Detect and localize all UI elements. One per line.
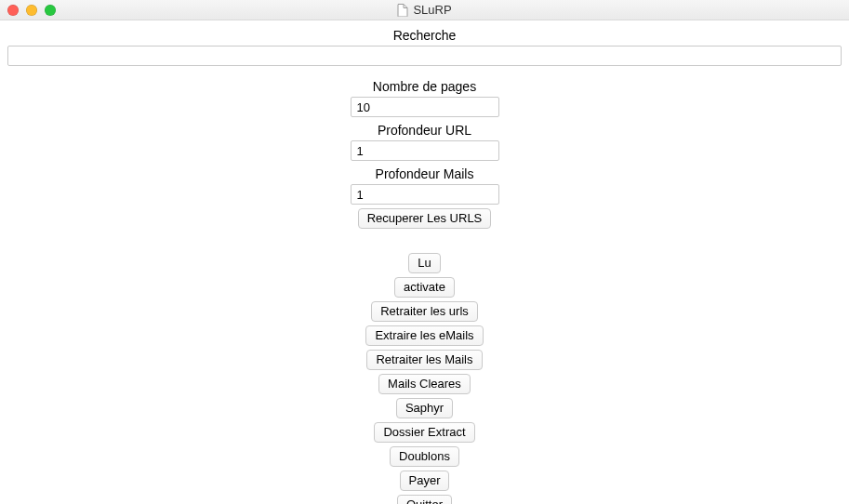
saphyr-button[interactable]: Saphyr (396, 398, 453, 418)
form-block: Nombre de pages Profondeur URL Profondeu… (7, 75, 842, 504)
folder-extract-button[interactable]: Dossier Extract (374, 422, 474, 443)
content-area: Recherche Nombre de pages Profondeur URL… (0, 20, 849, 504)
url-depth-input[interactable] (351, 140, 499, 161)
reprocess-mails-button[interactable]: Retraiter les Mails (366, 350, 482, 370)
reprocess-urls-button[interactable]: Retraiter les urls (371, 301, 478, 322)
action-buttons: Lu activate Retraiter les urls Extraire … (365, 251, 483, 504)
close-icon[interactable] (7, 5, 19, 16)
fetch-urls-button[interactable]: Recuperer Les URLS (358, 208, 492, 229)
mails-clear-button[interactable]: Mails Cleares (378, 374, 471, 394)
extract-emails-button[interactable]: Extraire les eMails (365, 325, 483, 346)
pages-input[interactable] (351, 97, 499, 117)
search-input[interactable] (7, 46, 842, 66)
mail-depth-label: Profondeur Mails (376, 166, 474, 181)
lu-button[interactable]: Lu (408, 253, 440, 273)
search-label: Recherche (7, 28, 842, 43)
window-controls (7, 0, 56, 20)
window-title: SLuRP (397, 3, 451, 17)
mail-depth-input[interactable] (351, 184, 499, 205)
duplicates-button[interactable]: Doublons (390, 446, 459, 467)
window-titlebar: SLuRP (0, 0, 849, 20)
document-icon (397, 4, 408, 17)
activate-button[interactable]: activate (394, 277, 455, 298)
pages-label: Nombre de pages (373, 79, 476, 94)
quit-button[interactable]: Quitter (397, 495, 452, 504)
url-depth-label: Profondeur URL (378, 123, 471, 138)
pay-button[interactable]: Payer (400, 471, 450, 491)
window-title-text: SLuRP (413, 3, 451, 17)
zoom-icon[interactable] (45, 5, 56, 16)
minimize-icon[interactable] (26, 5, 37, 16)
